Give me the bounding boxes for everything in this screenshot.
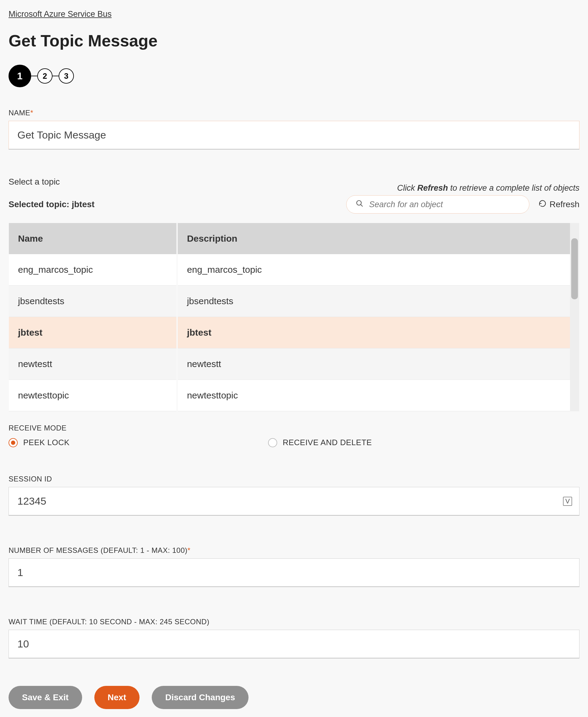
table-row[interactable]: jbsendtestsjbsendtests — [9, 286, 570, 317]
receive-mode-label: RECEIVE MODE — [8, 424, 580, 432]
refresh-button[interactable]: Refresh — [539, 199, 580, 210]
refresh-icon — [539, 199, 546, 210]
search-icon — [356, 199, 364, 210]
refresh-hint: Click Refresh to retrieve a complete lis… — [397, 183, 580, 193]
cell-description: jbtest — [177, 317, 570, 348]
session-id-input[interactable] — [8, 487, 580, 516]
table-row[interactable]: jbtestjbtest — [9, 317, 570, 348]
session-id-label: SESSION ID — [8, 475, 580, 483]
topic-table-wrap: Name Description eng_marcos_topiceng_mar… — [8, 223, 580, 412]
step-connector — [31, 76, 37, 76]
variable-icon[interactable]: V — [563, 497, 572, 506]
col-description[interactable]: Description — [177, 223, 570, 254]
num-messages-label: NUMBER OF MESSAGES (DEFAULT: 1 - MAX: 10… — [8, 546, 580, 555]
cell-description: jbsendtests — [177, 286, 570, 317]
radio-receive_and_delete[interactable]: RECEIVE AND DELETE — [268, 438, 372, 447]
save-exit-button[interactable]: Save & Exit — [8, 686, 82, 709]
num-messages-input[interactable] — [8, 558, 580, 587]
radio-label: RECEIVE AND DELETE — [283, 438, 372, 447]
radio-label: PEEK LOCK — [23, 438, 70, 447]
table-scrollbar[interactable] — [570, 223, 579, 411]
cell-name: eng_marcos_topic — [9, 254, 177, 286]
selected-topic: Selected topic: jbtest — [8, 199, 94, 209]
step-1[interactable]: 1 — [8, 65, 31, 87]
search-input[interactable] — [369, 199, 520, 210]
discard-button[interactable]: Discard Changes — [152, 686, 249, 709]
cell-description: eng_marcos_topic — [177, 254, 570, 286]
breadcrumb[interactable]: Microsoft Azure Service Bus — [8, 9, 112, 19]
svg-point-0 — [357, 200, 361, 205]
page-title: Get Topic Message — [8, 31, 580, 50]
search-input-container[interactable] — [346, 195, 529, 214]
wait-time-input[interactable] — [8, 630, 580, 658]
cell-name: jbtest — [9, 317, 177, 348]
table-row[interactable]: eng_marcos_topiceng_marcos_topic — [9, 254, 570, 286]
cell-name: newtestt — [9, 348, 177, 380]
col-name[interactable]: Name — [9, 223, 177, 254]
radio-dot — [268, 438, 277, 447]
next-button[interactable]: Next — [94, 686, 140, 709]
cell-name: jbsendtests — [9, 286, 177, 317]
step-2[interactable]: 2 — [37, 68, 52, 84]
step-connector — [52, 76, 59, 76]
step-3[interactable]: 3 — [59, 68, 74, 84]
name-label: NAME* — [8, 109, 580, 117]
table-row[interactable]: newtesttopicnewtesttopic — [9, 380, 570, 411]
table-row[interactable]: newtesttnewtestt — [9, 348, 570, 380]
topic-table: Name Description eng_marcos_topiceng_mar… — [9, 223, 570, 411]
cell-description: newtesttopic — [177, 380, 570, 411]
step-1-circle: 1 — [8, 65, 31, 87]
scrollbar-thumb[interactable] — [571, 238, 578, 299]
radio-peek_lock[interactable]: PEEK LOCK — [8, 438, 70, 447]
select-a-topic-label: Select a topic — [8, 177, 60, 187]
radio-dot — [8, 438, 18, 447]
step-2-circle: 2 — [37, 68, 52, 84]
stepper: 1 2 3 — [8, 65, 580, 87]
refresh-label: Refresh — [549, 199, 580, 209]
step-3-circle: 3 — [59, 68, 74, 84]
name-input[interactable] — [8, 121, 580, 150]
cell-description: newtestt — [177, 348, 570, 380]
cell-name: newtesttopic — [9, 380, 177, 411]
wait-time-label: WAIT TIME (DEFAULT: 10 SECOND - MAX: 245… — [8, 617, 580, 626]
svg-line-1 — [360, 204, 363, 207]
